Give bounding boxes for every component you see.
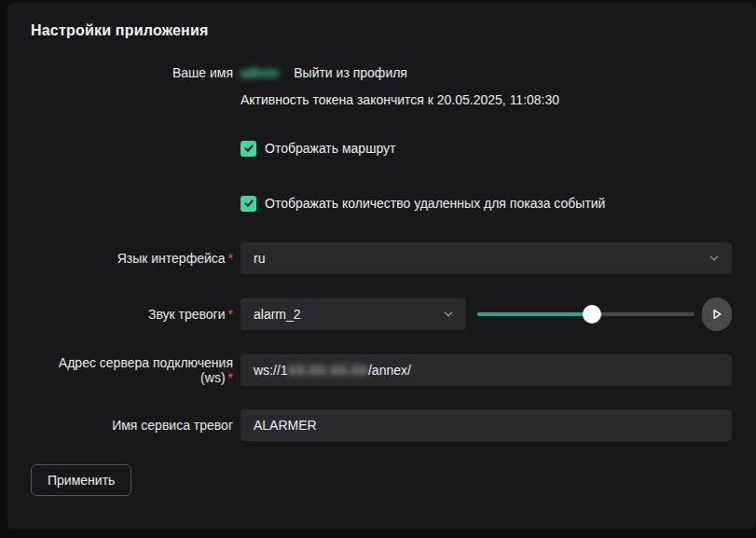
show-route-row: Отображать маршрут	[31, 132, 732, 164]
required-asterisk: *	[228, 251, 233, 266]
service-name-label: Имя сервиса тревог	[31, 418, 241, 433]
show-deleted-count-label: Отображать количество удаленных для пока…	[265, 196, 605, 211]
alarm-sound-row: Звук тревоги* alarm_2	[31, 297, 732, 331]
show-deleted-count-checkbox[interactable]	[241, 196, 256, 212]
alarm-sound-select-value: alarm_2	[254, 307, 442, 322]
page-title: Настройки приложения	[31, 22, 732, 39]
check-icon	[243, 198, 254, 209]
ws-address-input[interactable]: ws://1XX.XX.XX.XX/annex/	[241, 354, 732, 386]
ws-address-suffix: /annex/	[368, 363, 411, 378]
logout-link[interactable]: Выйти из профиля	[294, 65, 407, 80]
ws-address-row: Адрес сервера подключения (ws)* ws://1XX…	[31, 354, 732, 386]
language-label: Язык интерфейса*	[31, 251, 241, 266]
show-deleted-count-row: Отображать количество удаленных для пока…	[31, 187, 732, 219]
ws-address-prefix: ws://1	[254, 363, 288, 378]
service-name-row: Имя сервиса тревог ALARMER	[31, 409, 732, 441]
alarm-sound-label: Звук тревоги*	[31, 307, 241, 322]
chevron-down-icon	[442, 308, 455, 321]
language-select-value: ru	[254, 251, 708, 266]
your-name-label: Ваше имя	[31, 65, 241, 80]
required-asterisk: *	[228, 307, 233, 322]
language-row: Язык интерфейса* ru	[31, 242, 732, 274]
alarm-sound-select[interactable]: alarm_2	[241, 298, 466, 330]
show-route-checkbox[interactable]	[241, 141, 256, 157]
chevron-down-icon	[708, 252, 721, 265]
ws-address-label: Адрес сервера подключения (ws)*	[31, 355, 241, 385]
token-expiry-row: Активность токена закончится к 20.05.202…	[31, 91, 732, 108]
settings-panel: Настройки приложения Ваше имя admin Выйт…	[7, 3, 756, 530]
username-value: admin	[241, 65, 279, 80]
required-asterisk: *	[228, 370, 233, 385]
play-icon	[709, 307, 724, 322]
volume-slider-thumb[interactable]	[583, 305, 601, 324]
profile-row: Ваше имя admin Выйти из профиля	[31, 64, 732, 81]
ws-address-redacted: XX.XX.XX.XX	[288, 363, 368, 378]
show-route-label: Отображать маршрут	[265, 141, 395, 156]
apply-button[interactable]: Применить	[31, 464, 131, 496]
apply-row: Применить	[31, 464, 732, 496]
volume-slider[interactable]	[477, 305, 694, 324]
language-select[interactable]: ru	[241, 242, 732, 274]
volume-slider-fill	[477, 312, 592, 316]
token-expiry-text: Активность токена закончится к 20.05.202…	[241, 92, 559, 107]
check-icon	[243, 143, 254, 154]
play-sound-button[interactable]	[702, 297, 732, 331]
service-name-input[interactable]: ALARMER	[241, 409, 732, 441]
service-name-value: ALARMER	[254, 418, 317, 433]
